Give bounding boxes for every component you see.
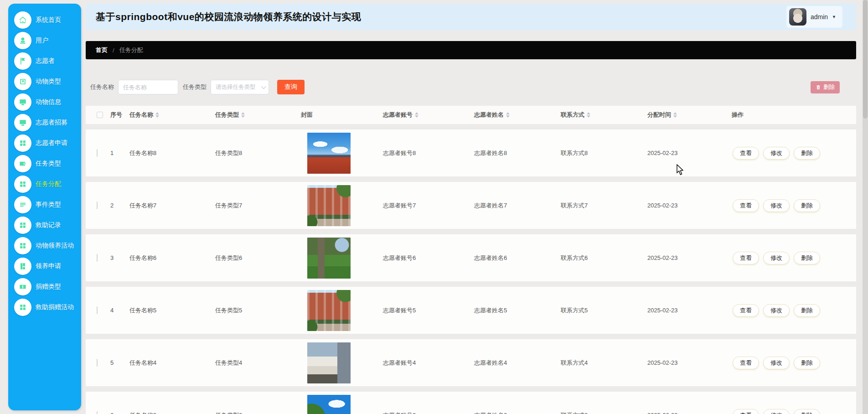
row-no: 1 bbox=[105, 150, 124, 156]
sort-carets[interactable] bbox=[155, 112, 159, 118]
account-cell: 志愿者账号5 bbox=[377, 306, 469, 315]
breadcrumb-home-link[interactable]: 首页 bbox=[96, 46, 108, 54]
table-row: 4 任务名称5 任务类型5 志愿者账号5 志愿者姓名5 联系方式5 2025-0… bbox=[86, 287, 856, 334]
delete-button[interactable]: 删除 bbox=[794, 357, 820, 369]
sidebar-item-label: 捐赠类型 bbox=[36, 283, 61, 291]
sort-carets[interactable] bbox=[673, 112, 677, 118]
delete-button[interactable]: 删除 bbox=[794, 252, 820, 264]
batch-delete-button[interactable]: 删除 bbox=[811, 81, 840, 93]
sidebar-item-animal-types[interactable]: 动物类型 bbox=[8, 71, 81, 92]
sort-carets[interactable] bbox=[241, 112, 245, 118]
row-no: 2 bbox=[105, 202, 124, 209]
delete-button[interactable]: 删除 bbox=[794, 304, 820, 317]
sort-carets[interactable] bbox=[587, 112, 590, 118]
sidebar-item-label: 任务类型 bbox=[36, 160, 61, 168]
account-cell: 志愿者账号3 bbox=[377, 411, 469, 414]
task-type-cell: 任务类型4 bbox=[210, 359, 295, 367]
sidebar-item-rescue-donation-activities[interactable]: 救助捐赠活动 bbox=[8, 297, 81, 317]
sidebar-item-donation-types[interactable]: 捐赠类型 bbox=[8, 276, 81, 297]
sidebar-item-users[interactable]: 用户 bbox=[8, 30, 81, 51]
row-checkbox[interactable] bbox=[97, 254, 98, 262]
table-row: 1 任务名称8 任务类型8 志愿者账号8 志愿者姓名8 联系方式8 2025-0… bbox=[86, 129, 856, 176]
assign-date-cell: 2025-02-23 bbox=[642, 150, 726, 156]
view-button[interactable]: 查看 bbox=[733, 147, 759, 160]
table-row: 5 任务名称4 任务类型4 志愿者账号4 志愿者姓名4 联系方式4 2025-0… bbox=[86, 339, 856, 386]
sidebar-item-label: 动物类型 bbox=[36, 78, 61, 86]
delete-button[interactable]: 删除 bbox=[794, 199, 820, 212]
edit-button[interactable]: 修改 bbox=[763, 304, 790, 317]
table-header-row: 序号 任务名称 任务类型 封面 志愿者账号 志愿者姓名 联系方式 分配时间 操作 bbox=[86, 106, 856, 124]
contact-cell: 联系方式4 bbox=[555, 359, 642, 367]
volunteer-name-cell: 志愿者姓名6 bbox=[469, 254, 555, 262]
volunteer-name-cell: 志愿者姓名8 bbox=[469, 149, 555, 157]
sidebar-item-volunteers[interactable]: 志愿者 bbox=[8, 51, 81, 71]
row-checkbox[interactable] bbox=[97, 149, 98, 157]
column-header-volunteer-name: 志愿者姓名 bbox=[469, 111, 555, 119]
sidebar-item-volunteer-recruit[interactable]: 志愿者招募 bbox=[8, 112, 81, 133]
select-placeholder: 请选择任务类型 bbox=[216, 83, 256, 91]
column-header-operations: 操作 bbox=[726, 111, 856, 119]
book-icon bbox=[14, 258, 31, 275]
account-cell: 志愿者账号8 bbox=[377, 149, 469, 157]
row-checkbox[interactable] bbox=[97, 359, 98, 367]
row-checkbox[interactable] bbox=[97, 411, 98, 414]
table-row: 3 任务名称6 任务类型6 志愿者账号6 志愿者姓名6 联系方式6 2025-0… bbox=[86, 234, 856, 281]
edit-button[interactable]: 修改 bbox=[763, 199, 790, 212]
page-scrollbar[interactable] bbox=[863, 0, 868, 414]
box-x-icon bbox=[14, 73, 31, 90]
task-type-select[interactable]: 请选择任务类型 bbox=[211, 80, 269, 94]
page-title: 基于springboot和vue的校园流浪动物领养系统的设计与实现 bbox=[86, 10, 361, 23]
table-row: 2 任务名称7 任务类型7 志愿者账号7 志愿者姓名7 联系方式7 2025-0… bbox=[86, 182, 856, 229]
edit-button[interactable]: 修改 bbox=[763, 409, 790, 414]
column-header-cover: 封面 bbox=[295, 111, 377, 119]
user-menu[interactable]: admin ▼ bbox=[786, 6, 842, 28]
sort-carets[interactable] bbox=[506, 112, 510, 118]
sidebar-item-adoption-apply[interactable]: 领养申请 bbox=[8, 256, 81, 276]
cover-image bbox=[307, 290, 351, 331]
sidebar-item-label: 志愿者 bbox=[36, 57, 55, 65]
delete-button[interactable]: 删除 bbox=[794, 147, 820, 160]
sidebar-item-event-types[interactable]: 事件类型 bbox=[8, 194, 81, 215]
row-checkbox[interactable] bbox=[97, 306, 98, 314]
task-name-cell: 任务名称8 bbox=[124, 149, 210, 157]
sidebar-item-task-assignment[interactable]: 任务分配 bbox=[8, 174, 81, 194]
select-all-checkbox[interactable] bbox=[97, 112, 103, 118]
chevron-down-icon bbox=[261, 84, 266, 89]
edit-button[interactable]: 修改 bbox=[763, 147, 790, 160]
sidebar-item-rescue-records[interactable]: 救助记录 bbox=[8, 215, 81, 235]
volunteer-name-cell: 志愿者姓名3 bbox=[469, 411, 555, 414]
view-button[interactable]: 查看 bbox=[733, 304, 759, 317]
contact-cell: 联系方式5 bbox=[555, 306, 642, 315]
row-no: 5 bbox=[105, 359, 124, 366]
sidebar-item-label: 事件类型 bbox=[36, 201, 61, 209]
row-checkbox[interactable] bbox=[97, 202, 98, 209]
task-type-cell: 任务类型7 bbox=[210, 202, 295, 210]
view-button[interactable]: 查看 bbox=[733, 199, 759, 212]
flag-icon bbox=[14, 52, 31, 70]
sort-carets[interactable] bbox=[415, 112, 418, 118]
view-button[interactable]: 查看 bbox=[733, 357, 759, 369]
sidebar-item-label: 救助捐赠活动 bbox=[36, 303, 74, 311]
view-button[interactable]: 查看 bbox=[733, 252, 759, 264]
delete-button[interactable]: 删除 bbox=[794, 409, 820, 414]
search-button[interactable]: 查询 bbox=[277, 80, 305, 94]
avatar bbox=[789, 8, 806, 26]
cover-image bbox=[307, 185, 351, 226]
sidebar-item-label: 任务分配 bbox=[36, 180, 61, 188]
sidebar-item-task-types[interactable]: 任务类型 bbox=[8, 153, 81, 174]
scrollbar-thumb[interactable] bbox=[863, 0, 868, 119]
edit-button[interactable]: 修改 bbox=[763, 252, 790, 264]
sidebar-item-adoption-activities[interactable]: 动物领养活动 bbox=[8, 235, 81, 256]
sidebar-item-system-home[interactable]: 系统首页 bbox=[8, 10, 81, 30]
edit-button[interactable]: 修改 bbox=[763, 357, 790, 369]
task-name-input[interactable] bbox=[118, 80, 178, 94]
sidebar-item-volunteer-apply[interactable]: 志愿者申请 bbox=[8, 133, 81, 153]
sidebar-item-animal-info[interactable]: 动物信息 bbox=[8, 92, 81, 112]
task-name-cell: 任务名称3 bbox=[124, 411, 210, 414]
account-cell: 志愿者账号6 bbox=[377, 254, 469, 262]
user-icon bbox=[14, 32, 31, 49]
task-type-cell: 任务类型6 bbox=[210, 254, 295, 262]
volunteer-name-cell: 志愿者姓名7 bbox=[469, 202, 555, 210]
view-button[interactable]: 查看 bbox=[733, 409, 759, 414]
chevron-down-icon: ▼ bbox=[832, 15, 836, 19]
